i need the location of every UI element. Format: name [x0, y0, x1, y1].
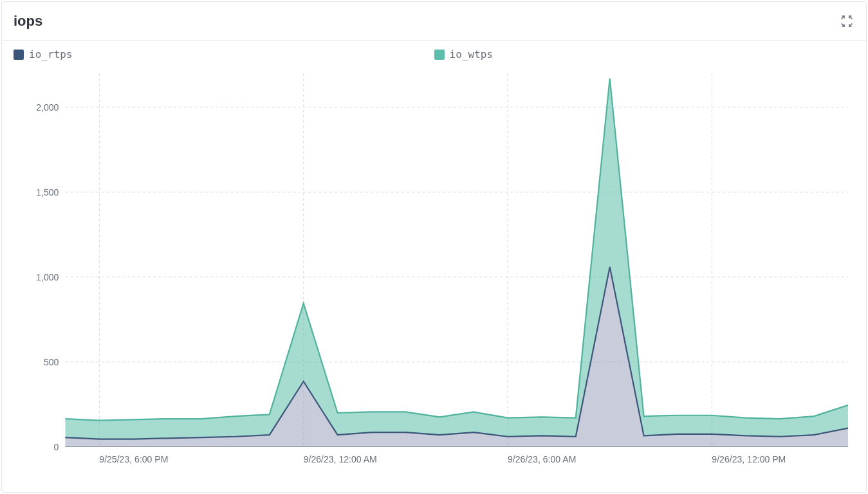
- legend-swatch: [14, 50, 24, 60]
- chart-plot-area: 05001,0001,5002,000 9/25/23, 6:00 PM9/26…: [2, 64, 866, 488]
- chart-svg: 05001,0001,5002,000 9/25/23, 6:00 PM9/26…: [14, 67, 854, 476]
- legend-label: io_rtps: [29, 48, 72, 60]
- svg-text:1,500: 1,500: [36, 187, 59, 197]
- legend-item-io-wtps[interactable]: io_wtps: [434, 48, 855, 60]
- svg-text:9/26/23, 12:00 AM: 9/26/23, 12:00 AM: [304, 454, 377, 464]
- chart-y-ticks: 05001,0001,5002,000: [36, 102, 59, 452]
- chart-grid: [65, 73, 848, 446]
- svg-text:9/26/23, 6:00 AM: 9/26/23, 6:00 AM: [508, 454, 576, 464]
- collapse-icon: [840, 15, 853, 28]
- svg-text:500: 500: [44, 357, 59, 367]
- chart-series-lines: [65, 78, 848, 439]
- legend-label: io_wtps: [450, 48, 493, 60]
- chart-legend: io_rtps io_wtps: [2, 41, 866, 64]
- chart-x-ticks: 9/25/23, 6:00 PM9/26/23, 12:00 AM9/26/23…: [99, 454, 786, 464]
- collapse-button[interactable]: [839, 14, 854, 29]
- panel-header: iops: [2, 2, 866, 41]
- chart-panel: iops io_rtps io_wtps: [1, 1, 867, 493]
- panel-title: iops: [14, 13, 42, 30]
- svg-text:1,000: 1,000: [36, 272, 59, 282]
- legend-swatch: [434, 50, 445, 60]
- legend-item-io-rtps[interactable]: io_rtps: [14, 48, 434, 60]
- svg-text:0: 0: [54, 442, 59, 452]
- svg-text:9/26/23, 12:00 PM: 9/26/23, 12:00 PM: [712, 454, 786, 464]
- chart-areas: [65, 78, 848, 447]
- svg-text:9/25/23, 6:00 PM: 9/25/23, 6:00 PM: [99, 454, 168, 464]
- svg-text:2,000: 2,000: [36, 102, 59, 113]
